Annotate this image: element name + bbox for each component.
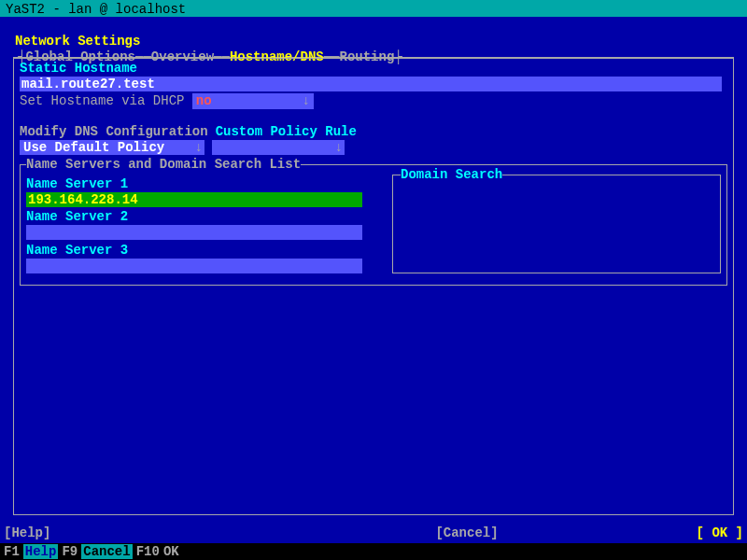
custom-policy-dropdown[interactable]: ↓	[212, 140, 345, 155]
set-hostname-via-dhcp-dropdown[interactable]: no ↓	[192, 93, 314, 109]
domain-search-box[interactable]: Domain Search	[392, 175, 721, 273]
ns1-label: Name Server 1	[26, 176, 381, 192]
ns2-input[interactable]	[26, 225, 362, 240]
modify-dns-value: Use Default Policy	[23, 140, 164, 155]
static-hostname-label: Static Hostname	[20, 61, 727, 77]
function-key-bar: F1Help F9Cancel F10OK	[0, 543, 747, 560]
name-servers-fieldset: Name Servers and Domain Search List Name…	[20, 157, 727, 286]
ns-fieldset-legend: Name Servers and Domain Search List	[26, 157, 301, 173]
static-hostname-input[interactable]	[20, 77, 722, 91]
modify-dns-config-dropdown[interactable]: Use Default Policy ↓	[20, 140, 204, 155]
chevron-down-icon: ↓	[335, 140, 343, 156]
bottom-button-bar: [Help] [Cancel] [ OK ]	[0, 525, 747, 543]
ok-button[interactable]: [ OK ]	[697, 525, 743, 541]
screen: Network Settings ┤ Global Options ── Ove…	[0, 17, 747, 543]
title-text: YaST2 - lan @ localhost	[6, 2, 186, 17]
ns3-label: Name Server 3	[26, 243, 381, 259]
f9-label[interactable]: Cancel	[81, 544, 132, 560]
window-titlebar: YaST2 - lan @ localhost	[0, 0, 747, 17]
f10-key: F10	[136, 544, 160, 560]
f10-label[interactable]: OK	[163, 544, 179, 560]
ns1-input[interactable]	[26, 192, 362, 207]
modify-dns-config-label: Modify DNS Configuration	[20, 124, 208, 140]
help-button[interactable]: [Help]	[4, 525, 50, 541]
ns2-label: Name Server 2	[26, 209, 381, 225]
custom-policy-rule-label: Custom Policy Rule	[216, 124, 357, 140]
set-hostname-via-dhcp-label: Set Hostname via DHCP	[20, 93, 184, 108]
cancel-button[interactable]: [Cancel]	[435, 525, 498, 541]
f1-key: F1	[4, 544, 20, 560]
chevron-down-icon: ↓	[302, 93, 309, 109]
ns3-input[interactable]	[26, 259, 362, 273]
page-title: Network Settings	[15, 34, 738, 49]
f1-label[interactable]: Help	[23, 544, 59, 560]
main-panel: Static Hostname Set Hostname via DHCP no…	[13, 58, 734, 515]
dhcp-value-text: no	[196, 93, 212, 108]
domain-search-legend: Domain Search	[401, 167, 502, 183]
f9-key: F9	[62, 544, 78, 560]
chevron-down-icon: ↓	[195, 140, 203, 156]
